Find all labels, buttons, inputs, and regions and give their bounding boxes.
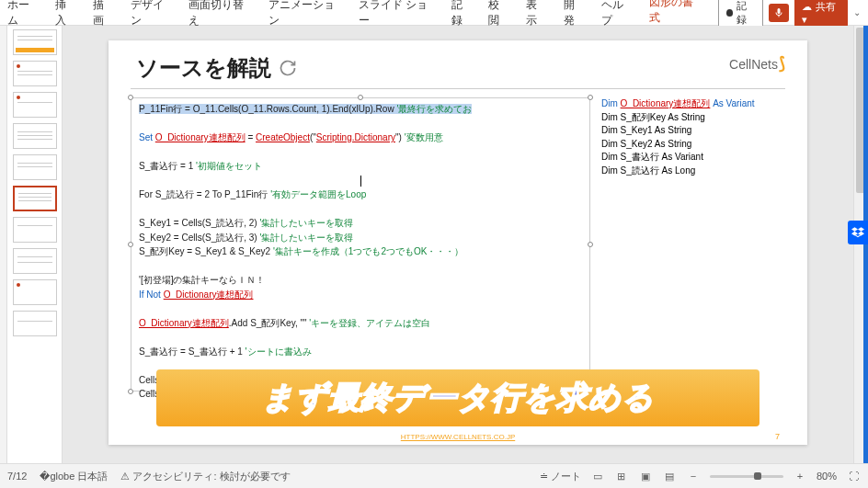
slide-number: 7	[775, 432, 780, 441]
slide-thumbnail[interactable]	[13, 279, 57, 305]
slide-thumbnail[interactable]	[13, 154, 57, 180]
fit-window-icon[interactable]: ⛶	[846, 469, 861, 483]
code-textbox[interactable]: P_11Fin行 = O_11.Cells(O_11.Rows.Count, 1…	[131, 97, 590, 392]
slideshow-view-icon[interactable]: ▤	[662, 469, 677, 483]
slide-thumbnail[interactable]	[13, 61, 57, 86]
footer-url: HTTPS://WWW.CELLNETS.CO.JP	[401, 433, 515, 441]
right-accent-bar	[863, 26, 868, 463]
slide-thumbnail[interactable]	[13, 311, 57, 336]
sorter-view-icon[interactable]: ⊞	[614, 469, 629, 483]
dropbox-badge[interactable]	[848, 221, 868, 244]
zoom-out-icon[interactable]: −	[686, 469, 701, 483]
slide-thumbnail[interactable]	[13, 29, 57, 55]
normal-view-icon[interactable]: ▭	[590, 469, 605, 483]
accessibility-status[interactable]: ⚠ アクセシビリティ: 検討が必要です	[120, 470, 290, 483]
tab-draw[interactable]: 描画	[93, 0, 114, 28]
slide: ソースを解説 CellNets⟆ P_11Fin行 = O_11.Cells(O…	[108, 40, 807, 445]
code-content[interactable]: P_11Fin行 = O_11.Cells(O_11.Rows.Count, 1…	[131, 98, 589, 405]
tab-insert[interactable]: 挿入	[55, 0, 76, 28]
zoom-slider[interactable]	[710, 475, 783, 478]
declarations-box: Dim O_Dictionary連想配列 As Variant Dim S_配列…	[601, 97, 785, 177]
record-button[interactable]: 記録	[718, 0, 763, 29]
zoom-level[interactable]: 80%	[817, 471, 837, 482]
cellnets-logo: CellNets⟆	[729, 53, 785, 74]
mic-button[interactable]	[769, 4, 789, 22]
slide-thumbnail-current[interactable]	[13, 186, 57, 211]
tab-review[interactable]: 校閲	[488, 0, 509, 28]
tab-animations[interactable]: アニメーション	[268, 0, 342, 28]
slide-canvas[interactable]: ソースを解説 CellNets⟆ P_11Fin行 = O_11.Cells(O…	[63, 26, 853, 463]
collapse-ribbon-icon[interactable]: ⌄	[853, 7, 861, 17]
tab-view[interactable]: 表示	[526, 0, 547, 28]
tab-developer[interactable]: 開発	[564, 0, 585, 28]
text-cursor	[360, 176, 361, 187]
tab-help[interactable]: ヘルプ	[601, 0, 633, 28]
tab-home[interactable]: ホーム	[7, 0, 39, 28]
tab-design[interactable]: デザイン	[131, 0, 173, 28]
slide-thumbnail[interactable]	[13, 92, 57, 118]
left-rail	[0, 26, 7, 463]
caption-text: まず最終データ行を求める	[262, 377, 655, 419]
tab-record[interactable]: 記録	[451, 0, 473, 28]
language-indicator[interactable]: �globe 日本語	[40, 470, 108, 483]
tab-slideshow[interactable]: スライド ショー	[359, 0, 435, 28]
slide-counter: 7/12	[7, 471, 27, 482]
ribbon-tabs: ホーム 挿入 描画 デザイン 画面切り替え アニメーション スライド ショー 記…	[0, 0, 868, 26]
caption-banner: まず最終データ行を求める	[156, 369, 760, 426]
zoom-in-icon[interactable]: +	[793, 469, 807, 483]
slide-thumbnail[interactable]	[13, 123, 57, 149]
thumbnail-panel[interactable]	[7, 26, 63, 463]
refresh-icon	[279, 59, 297, 77]
notes-button[interactable]: ≐ ノート	[540, 470, 581, 483]
title-divider	[131, 88, 785, 89]
status-bar: 7/12 �globe 日本語 ⚠ アクセシビリティ: 検討が必要です ≐ ノー…	[0, 463, 868, 488]
tab-transitions[interactable]: 画面切り替え	[188, 0, 251, 28]
slide-thumbnail[interactable]	[13, 217, 57, 243]
slide-thumbnail[interactable]	[13, 248, 57, 274]
reading-view-icon[interactable]: ▣	[638, 469, 653, 483]
slide-title: ソースを解説	[136, 53, 297, 83]
share-button[interactable]: ☁ 共有 ▾	[794, 0, 848, 28]
